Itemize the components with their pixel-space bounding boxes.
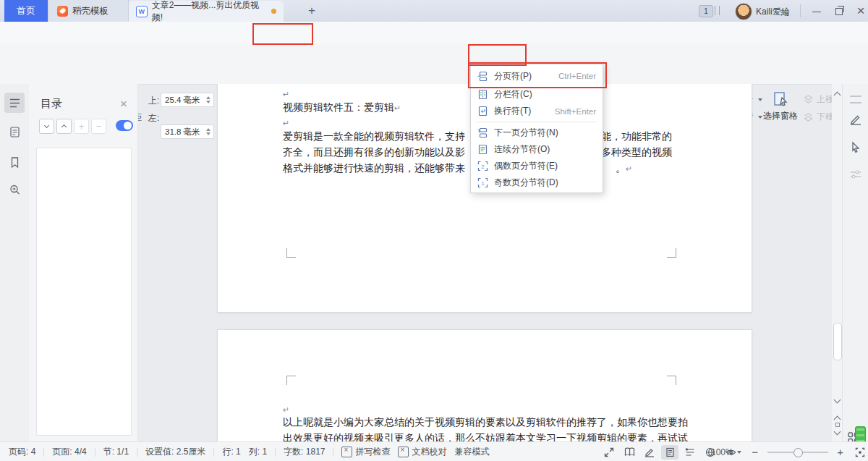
- next-page-section-icon: [477, 127, 488, 138]
- menu-item-continuous-section-break[interactable]: 连续分节符(O): [471, 141, 603, 158]
- page-view-button[interactable]: [661, 445, 678, 460]
- menu-item-next-page-section-break[interactable]: 下一页分节符(N): [471, 124, 603, 141]
- unsaved-dot-icon: [271, 9, 276, 14]
- toc-zoom-out-button[interactable]: −: [91, 119, 106, 134]
- status-column: 列: 1: [249, 446, 267, 458]
- breaks-dropdown-menu: 分页符(P)Ctrl+Enter 分栏符(C) 换行符(T)Shift+Ente…: [470, 64, 603, 193]
- doc-text-line: 以上呢就是小编为大家总结的关于视频剪辑的要素以及剪辑软件的推荐了，如果你也想要拍: [283, 415, 672, 429]
- outline-pane-button[interactable]: [4, 93, 25, 113]
- panel-drag-handle[interactable]: [850, 96, 861, 103]
- docer-flame-icon: [57, 6, 68, 17]
- status-word-count[interactable]: 字数: 1817: [284, 446, 325, 458]
- menu-item-odd-page-section-break[interactable]: 1 奇数页分节符(D): [471, 174, 603, 191]
- proofread-pane-button[interactable]: [4, 122, 25, 142]
- select-browse-object-icon[interactable]: [835, 423, 840, 427]
- menu-item-column-break[interactable]: 分栏符(C): [471, 86, 603, 103]
- status-page-number: 页码: 4: [9, 446, 35, 458]
- scroll-down-icon[interactable]: [834, 397, 841, 404]
- proofread-button[interactable]: 文档校对: [398, 446, 446, 458]
- text-boundary-mark: [286, 248, 296, 258]
- avatar[interactable]: [735, 3, 752, 20]
- statusbar: 页码: 4 页面: 4/4 节: 1/1 设置值: 2.5厘米 行: 1 列: …: [0, 441, 868, 461]
- ribbon-toolbar: 主题 颜色 字体 效果 页边距 上: 25.4 毫米 左: 31.8 毫米 下:…: [0, 43, 868, 85]
- doc-check-icon: [9, 126, 21, 138]
- restore-button[interactable]: [832, 5, 846, 17]
- bookmark-icon: [9, 156, 21, 169]
- close-button[interactable]: [854, 3, 868, 19]
- zoom-slider-thumb[interactable]: [793, 448, 803, 457]
- toc-smart-toggle[interactable]: [116, 120, 133, 131]
- settings-sliders-button[interactable]: [849, 168, 862, 181]
- status-page: 页面: 4/4: [52, 446, 86, 458]
- spellcheck-button[interactable]: 拼写检查: [341, 446, 390, 458]
- column-break-icon: [477, 89, 488, 100]
- zoom-level[interactable]: 100%: [711, 447, 733, 457]
- tab-docer-label: 稻壳模板: [72, 5, 109, 17]
- menu-item-even-page-section-break[interactable]: 2 偶数页分节符(E): [471, 158, 603, 174]
- toc-collapse-button[interactable]: [56, 119, 72, 134]
- sliders-icon: [849, 168, 862, 181]
- continuous-section-icon: [477, 144, 488, 155]
- two-page-view-button[interactable]: [621, 445, 638, 460]
- status-section: 节: 1/1: [103, 446, 129, 458]
- new-tab-button[interactable]: [304, 3, 320, 19]
- menu-item-line-break[interactable]: 换行符(T)Shift+Enter: [471, 103, 603, 119]
- window-count-badge[interactable]: 1: [699, 5, 713, 17]
- tab-document[interactable]: 文章2——视频...剪出优质视频!: [129, 1, 284, 22]
- zoom-in-button[interactable]: +: [835, 446, 846, 458]
- right-tool-strip: [842, 84, 868, 461]
- toc-content-area[interactable]: [36, 148, 132, 436]
- zoom-caret-icon[interactable]: [737, 451, 741, 454]
- text-boundary-mark: [667, 376, 676, 385]
- previous-page-icon[interactable]: [834, 416, 841, 423]
- left-icon-strip: [0, 84, 30, 441]
- scrollbar-thumb[interactable]: [833, 323, 842, 360]
- menu-separator: [477, 122, 597, 122]
- toc-expand-button[interactable]: [39, 119, 54, 134]
- select-tool-button[interactable]: [849, 140, 862, 153]
- search-doc-icon: [9, 184, 21, 196]
- svg-text:1: 1: [481, 180, 485, 187]
- user-name: Kaili爱綸: [756, 6, 790, 18]
- zoom-out-button[interactable]: −: [750, 446, 760, 458]
- paragraph-mark: ↵: [283, 87, 289, 101]
- vertical-scrollbar[interactable]: [832, 84, 842, 441]
- outline-icon: [9, 97, 21, 109]
- text-boundary-mark: [667, 248, 676, 258]
- tab-docer-templates[interactable]: 稻壳模板: [48, 0, 129, 22]
- document-page-2[interactable]: ↵ 以上呢就是小编为大家总结的关于视频剪辑的要素以及剪辑软件的推荐了，如果你也想…: [217, 329, 752, 441]
- zoom-slider[interactable]: [767, 452, 828, 453]
- tab-document-title: 文章2——视频...剪出优质视频!: [152, 0, 268, 24]
- toc-zoom-in-button[interactable]: +: [74, 119, 89, 134]
- next-page-icon[interactable]: [834, 428, 841, 436]
- toc-panel: 目录 + −: [29, 84, 138, 441]
- pen-icon: [849, 113, 862, 126]
- fullscreen-button[interactable]: [600, 445, 618, 460]
- doc-text-line: 出效果更好的视频来吸引更多人的话，那么不妨跟着本文学习一下视频剪辑的要素，再试试: [283, 431, 672, 441]
- search-pane-button[interactable]: [4, 179, 25, 200]
- tab-grip-icon: [715, 6, 720, 15]
- menu-item-page-break[interactable]: 分页符(P)Ctrl+Enter: [471, 66, 603, 86]
- outline-view-button[interactable]: [681, 445, 699, 460]
- menubar: 文件 开始 插入 页面布局 引用 审阅 视图 章节 安全 开发工具 特色功能 查…: [0, 22, 868, 43]
- status-setting: 设置值: 2.5厘米: [145, 446, 205, 458]
- cursor-icon: [849, 140, 862, 153]
- scroll-up-icon[interactable]: [834, 92, 841, 99]
- odd-page-section-icon: 1: [477, 177, 488, 188]
- page-break-icon: [477, 71, 488, 82]
- ink-annotate-button[interactable]: [849, 113, 862, 126]
- fit-page-button[interactable]: [851, 445, 868, 460]
- spellcheck-icon: [341, 447, 352, 457]
- paragraph-mark: ↵: [283, 116, 289, 130]
- svg-text:2: 2: [481, 164, 485, 170]
- minimize-button[interactable]: [809, 6, 825, 17]
- text-boundary-mark: [286, 376, 296, 385]
- bookmark-pane-button[interactable]: [4, 152, 25, 172]
- status-line: 行: 1: [222, 446, 240, 458]
- ink-mode-button[interactable]: [641, 445, 658, 460]
- tab-home[interactable]: 首页: [4, 0, 48, 22]
- compat-mode-label: 兼容模式: [454, 446, 489, 458]
- divider: [800, 4, 801, 17]
- toc-close-icon[interactable]: [120, 97, 127, 111]
- proofread-icon: [398, 447, 409, 457]
